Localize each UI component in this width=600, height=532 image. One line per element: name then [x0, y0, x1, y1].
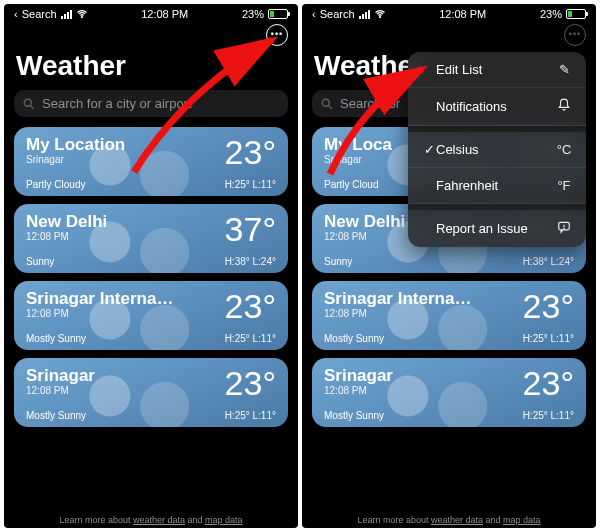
menu-notifications[interactable]: Notifications	[408, 88, 586, 126]
footer-link-weather[interactable]: weather data	[431, 515, 483, 525]
search-input[interactable]: Search for	[312, 90, 422, 117]
cellular-icon	[359, 10, 370, 19]
more-button[interactable]: •••	[564, 24, 586, 46]
phone-right: ‹ Search 12:08 PM 23% ••• Weather Search…	[302, 4, 596, 528]
status-bar: ‹ Search 12:08 PM 23%	[4, 4, 298, 22]
city-hilo: H:25° L:11°	[523, 410, 574, 421]
city-name: Srinagar Internati...	[324, 289, 474, 309]
city-cond: Sunny	[324, 256, 352, 267]
city-cond: Mostly Sunny	[26, 333, 86, 344]
more-button[interactable]: •••	[266, 24, 288, 46]
battery-icon	[566, 9, 586, 19]
city-card[interactable]: New Delhi12:08 PM37° SunnyH:38° L:24°	[14, 204, 288, 273]
svg-point-4	[322, 99, 329, 106]
search-icon	[320, 97, 334, 111]
wifi-icon	[374, 8, 386, 20]
city-card[interactable]: Srinagar12:08 PM23° Mostly SunnyH:25° L:…	[312, 358, 586, 427]
back-chevron-icon: ‹	[14, 8, 18, 20]
status-battery-pct: 23%	[540, 8, 562, 20]
svg-line-2	[31, 105, 34, 108]
back-chevron-icon: ‹	[312, 8, 316, 20]
city-name: New Delhi	[324, 212, 405, 232]
city-cond: Mostly Sunny	[324, 410, 384, 421]
city-sub: 12:08 PM	[324, 385, 393, 396]
city-hilo: H:38° L:24°	[225, 256, 276, 267]
status-bar: ‹ Search 12:08 PM 23%	[302, 4, 596, 22]
menu-celsius[interactable]: ✓ Celsius °C	[408, 132, 586, 168]
city-temp: 23°	[225, 289, 276, 323]
speech-bubble-icon	[556, 220, 572, 237]
svg-point-3	[379, 17, 380, 18]
status-time: 12:08 PM	[439, 8, 486, 20]
city-name: My Location	[26, 135, 125, 155]
svg-line-5	[329, 105, 332, 108]
search-input[interactable]: Search for a city or airport	[14, 90, 288, 117]
status-back-label[interactable]: Search	[22, 8, 57, 20]
search-placeholder: Search for	[340, 96, 400, 111]
status-battery-pct: 23%	[242, 8, 264, 20]
city-sub: 12:08 PM	[26, 385, 95, 396]
city-cond: Mostly Sunny	[324, 333, 384, 344]
city-cond: Mostly Sunny	[26, 410, 86, 421]
city-sub: 12:08 PM	[26, 308, 176, 319]
city-hilo: H:38° L:24°	[523, 256, 574, 267]
footer-text: Learn more about weather data and map da…	[302, 515, 596, 525]
city-sub: 12:08 PM	[26, 231, 107, 242]
footer-text: Learn more about weather data and map da…	[4, 515, 298, 525]
check-icon: ✓	[422, 142, 436, 157]
phone-left: ‹ Search 12:08 PM 23% ••• Weather Search…	[4, 4, 298, 528]
city-sub: 12:08 PM	[324, 308, 474, 319]
status-time: 12:08 PM	[141, 8, 188, 20]
city-temp: 37°	[225, 212, 276, 246]
bell-icon	[556, 98, 572, 115]
city-sub: Srinagar	[324, 154, 392, 165]
more-menu: Edit List ✎ Notifications ✓ Celsius °C F…	[408, 52, 586, 247]
wifi-icon	[76, 8, 88, 20]
menu-report-issue[interactable]: Report an Issue	[408, 210, 586, 247]
svg-point-8	[564, 228, 565, 229]
menu-label: Notifications	[436, 99, 556, 114]
city-cond: Partly Cloudy	[26, 179, 85, 190]
city-name: New Delhi	[26, 212, 107, 232]
city-card[interactable]: My LocationSrinagar23° Partly CloudyH:25…	[14, 127, 288, 196]
city-cond: Partly Cloud	[324, 179, 378, 190]
footer-link-map[interactable]: map data	[205, 515, 243, 525]
unit-label: °F	[556, 178, 572, 193]
city-sub: 12:08 PM	[324, 231, 405, 242]
city-hilo: H:25° L:11°	[225, 179, 276, 190]
menu-label: Celsius	[436, 142, 556, 157]
city-hilo: H:25° L:11°	[225, 333, 276, 344]
pencil-icon: ✎	[556, 62, 572, 77]
city-name: Srinagar Internation...	[26, 289, 176, 309]
footer-link-map[interactable]: map data	[503, 515, 541, 525]
city-card[interactable]: Srinagar Internati...12:08 PM23° Mostly …	[312, 281, 586, 350]
footer-link-weather[interactable]: weather data	[133, 515, 185, 525]
page-title: Weather	[4, 46, 298, 90]
search-icon	[22, 97, 36, 111]
city-name: Srinagar	[324, 366, 393, 386]
menu-label: Edit List	[436, 62, 556, 77]
city-sub: Srinagar	[26, 154, 125, 165]
menu-fahrenheit[interactable]: Fahrenheit °F	[408, 168, 586, 204]
city-temp: 23°	[225, 135, 276, 169]
city-hilo: H:25° L:11°	[225, 410, 276, 421]
menu-label: Report an Issue	[436, 221, 556, 236]
city-name: My Loca	[324, 135, 392, 155]
search-placeholder: Search for a city or airport	[42, 96, 192, 111]
menu-label: Fahrenheit	[436, 178, 556, 193]
svg-point-1	[24, 99, 31, 106]
city-temp: 23°	[523, 366, 574, 400]
menu-edit-list[interactable]: Edit List ✎	[408, 52, 586, 88]
city-cond: Sunny	[26, 256, 54, 267]
svg-point-0	[81, 17, 82, 18]
city-list: My LocationSrinagar23° Partly CloudyH:25…	[4, 117, 298, 427]
city-card[interactable]: Srinagar12:08 PM23° Mostly SunnyH:25° L:…	[14, 358, 288, 427]
city-name: Srinagar	[26, 366, 95, 386]
status-back-label[interactable]: Search	[320, 8, 355, 20]
city-hilo: H:25° L:11°	[523, 333, 574, 344]
battery-icon	[268, 9, 288, 19]
city-card[interactable]: Srinagar Internation...12:08 PM23° Mostl…	[14, 281, 288, 350]
city-temp: 23°	[523, 289, 574, 323]
unit-label: °C	[556, 142, 572, 157]
city-temp: 23°	[225, 366, 276, 400]
